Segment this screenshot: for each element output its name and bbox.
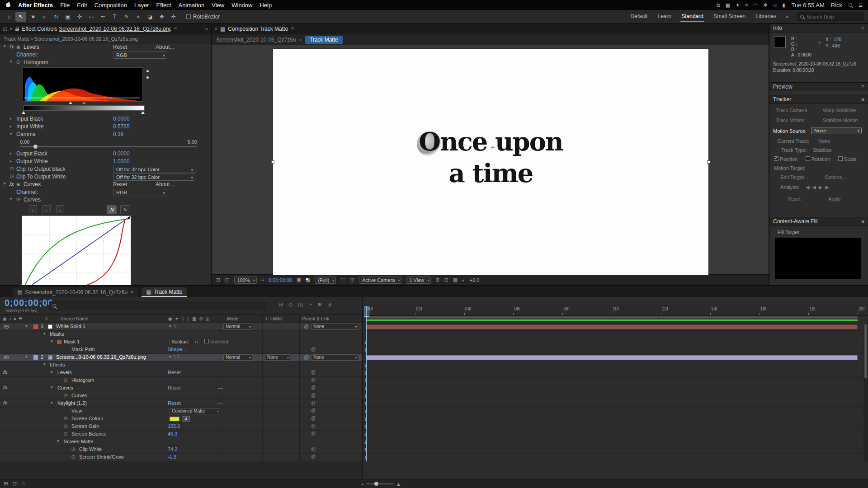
- effect-expander-icon[interactable]: ▾: [51, 400, 53, 405]
- blend-mode-dropdown[interactable]: Normal: [223, 354, 252, 361]
- resize-handle-right[interactable]: [707, 160, 710, 164]
- resize-handle-left[interactable]: [271, 160, 274, 164]
- tracker-apply-button[interactable]: Apply: [828, 196, 841, 202]
- mask-mode-dropdown[interactable]: Subtract: [170, 339, 198, 345]
- zoom-in-icon[interactable]: ▲: [396, 481, 401, 487]
- curves-channel-dropdown[interactable]: RGB: [113, 189, 167, 196]
- curve-tool-button[interactable]: N: [107, 205, 117, 214]
- timeline-lane-view[interactable]: I: [363, 408, 868, 415]
- roto-brush-tool[interactable]: ❖: [156, 12, 167, 22]
- timeline-row-view[interactable]: ViewCombined Matte@: [0, 408, 362, 415]
- work-area-bar[interactable]: [366, 316, 858, 319]
- camera-dropdown[interactable]: Active Camera: [359, 277, 401, 284]
- parent-pickwhip-icon[interactable]: @: [304, 354, 309, 360]
- exposure-value[interactable]: +0.0: [470, 277, 480, 283]
- options-button[interactable]: Options...: [825, 174, 846, 180]
- menu-animation[interactable]: Animation: [178, 2, 204, 9]
- property-value[interactable]: 74.2: [168, 446, 177, 452]
- panel-menu-icon[interactable]: ≡: [861, 84, 864, 90]
- levels-param-output-white[interactable]: ▸Output White1.0000: [0, 158, 211, 165]
- stabilize-motion-button[interactable]: Stabilize Motion: [823, 117, 858, 123]
- orbit-tool[interactable]: ↻: [51, 12, 61, 22]
- effect-name[interactable]: Keylight (1.2): [57, 400, 87, 406]
- property-label[interactable]: Histogram: [71, 377, 94, 383]
- timeline-lane-screens-0-10-06-06-32-16-qz7z6u-png[interactable]: [363, 354, 868, 361]
- curves-expander-icon[interactable]: ▾: [10, 197, 12, 201]
- viewer-tab-screenshot[interactable]: Screenshot_2020-10-06_Qz7z6u: [216, 37, 296, 43]
- col-trkmat[interactable]: T TrkMat: [265, 316, 283, 321]
- curve-preset-2-button[interactable]: ◟: [42, 205, 51, 213]
- menu-file[interactable]: File: [60, 2, 70, 9]
- menu-layer[interactable]: Layer: [134, 2, 149, 9]
- timeline-row-screen-shrink-grow[interactable]: ◷Screen Shrink/Grow-1.3@: [0, 454, 362, 461]
- viewer-tab-track-matte[interactable]: Track Matte: [305, 36, 343, 44]
- trkmat-dropdown[interactable]: None: [265, 354, 290, 361]
- workspace-default[interactable]: Default: [629, 12, 648, 22]
- exposure-icon[interactable]: ◐: [462, 277, 465, 283]
- timeline-lane-white-solid-1[interactable]: [363, 323, 868, 331]
- eraser-tool[interactable]: ◪: [145, 12, 156, 22]
- levels-gradient-bar[interactable]: [24, 105, 145, 111]
- param-value[interactable]: 0.0000: [113, 116, 130, 122]
- curve-editor[interactable]: [22, 216, 131, 285]
- timeline-row-screen-balance[interactable]: ◷Screen Balance45.3@: [0, 431, 362, 438]
- preview-panel-header[interactable]: Preview≡: [769, 82, 868, 91]
- timeline-lane-clip-white[interactable]: I: [363, 446, 868, 454]
- transparency-grid-icon[interactable]: ◫: [350, 277, 354, 283]
- pen-tool[interactable]: ✒: [98, 12, 108, 22]
- status-battery-icon[interactable]: ▮: [782, 2, 785, 8]
- snapshot-icon[interactable]: ▣: [297, 277, 301, 283]
- col-source-name[interactable]: Source Name: [61, 316, 88, 321]
- type-tool[interactable]: T: [109, 12, 120, 22]
- levels-reset-button[interactable]: Reset: [113, 44, 127, 50]
- timeline-row-effects[interactable]: ▾Effects: [0, 361, 362, 369]
- timeline-row-screen-gain[interactable]: ◷Screen Gain105.6@: [0, 423, 362, 431]
- param-dropdown[interactable]: Off for 32 bpc Color: [113, 166, 195, 173]
- warp-stabilizer-button[interactable]: Warp Stabilizer: [823, 108, 856, 113]
- layer-expander-icon[interactable]: ▾: [25, 354, 28, 359]
- workspace-learn[interactable]: Learn: [657, 12, 673, 22]
- expression-pickwhip-icon[interactable]: @: [311, 377, 316, 382]
- help-search-input[interactable]: [807, 14, 856, 19]
- zoom-out-icon[interactable]: ▴: [362, 482, 363, 486]
- levels-channel-dropdown[interactable]: RGB: [113, 52, 167, 59]
- curves-expander-icon[interactable]: ▾: [4, 181, 6, 186]
- info-panel-header[interactable]: Info≡: [769, 23, 868, 33]
- tracker-panel-header[interactable]: Tracker≡: [769, 95, 868, 104]
- group-expander-icon[interactable]: ▾: [43, 362, 46, 366]
- hand-tool[interactable]: ☚: [27, 12, 38, 22]
- input-black-expander-icon[interactable]: ▸: [10, 117, 12, 121]
- effect-reset-button[interactable]: Reset: [168, 400, 181, 406]
- property-label[interactable]: View: [71, 408, 82, 413]
- timeline-ruler[interactable]: 00f02f04f06f08f10f12f14f16f18f20f: [363, 304, 868, 316]
- layer-duration-bar[interactable]: [366, 324, 858, 329]
- zoom-slider[interactable]: [366, 483, 393, 484]
- levels-param-clip-to-output-white[interactable]: ◷Clip To Output WhiteOff for 32 bpc Colo…: [0, 173, 211, 181]
- levels-param-input-black[interactable]: ▸Input Black0.0000: [0, 115, 211, 123]
- timeline-row-clip-white[interactable]: ◷Clip White74.2@: [0, 446, 362, 454]
- timeline-row-mask-path[interactable]: Mask PathShape...@: [0, 346, 362, 354]
- graph-editor-icon[interactable]: ⊿: [327, 301, 332, 308]
- histogram-handle-bottom[interactable]: [146, 76, 149, 79]
- timeline-lane-screen-balance[interactable]: I: [363, 431, 868, 438]
- curves-header[interactable]: ▾fx▣CurvesResetAbout...: [0, 181, 211, 188]
- grid-guides-icon[interactable]: ⌗: [261, 277, 264, 283]
- expression-pickwhip-icon[interactable]: @: [311, 400, 316, 405]
- expression-pickwhip-icon[interactable]: @: [311, 370, 316, 375]
- track-camera-button[interactable]: Track Camera: [776, 108, 807, 113]
- histogram-graphic[interactable]: [23, 67, 143, 102]
- status-volume-icon[interactable]: ◁: [773, 2, 777, 8]
- motion-source-dropdown[interactable]: None: [811, 127, 862, 134]
- workspace-small-screen[interactable]: Small Screen: [712, 12, 746, 22]
- menu-composition[interactable]: Composition: [94, 2, 127, 9]
- playhead[interactable]: [366, 306, 367, 461]
- motion-blur-icon[interactable]: ≋: [317, 301, 322, 308]
- composition-tab[interactable]: Composition Track Matte: [228, 26, 288, 32]
- timeline-lane-screen-matte[interactable]: I: [363, 438, 868, 446]
- draft-3d-icon[interactable]: ◇: [288, 301, 292, 308]
- property-label[interactable]: Curves: [71, 393, 87, 398]
- property-label[interactable]: Mask Path: [71, 347, 95, 352]
- layer-color-chip[interactable]: [33, 355, 38, 360]
- timeline-vertical-scrollbar[interactable]: [863, 323, 868, 461]
- stopwatch-icon[interactable]: ◷: [64, 393, 68, 398]
